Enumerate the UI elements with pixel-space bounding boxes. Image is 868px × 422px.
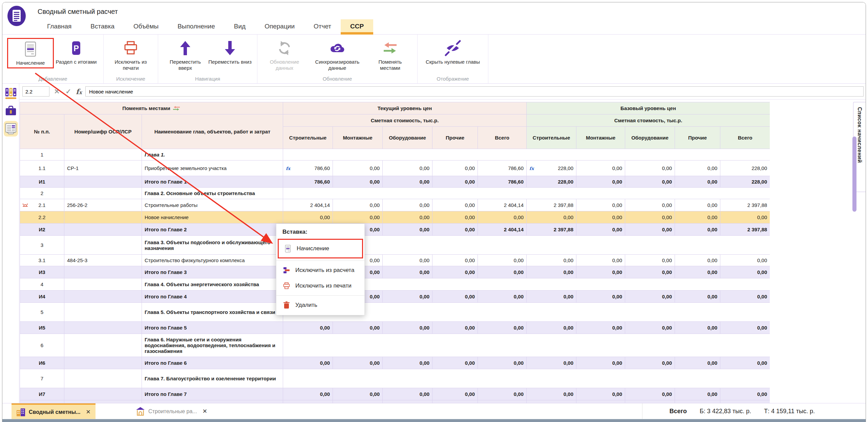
cell[interactable]: Итого по Главе 7 [142, 388, 283, 400]
cell[interactable]: 0,00 [625, 161, 675, 176]
cell[interactable]: Глава 1. [142, 149, 283, 161]
cell[interactable]: 0,00 [478, 388, 527, 400]
cell[interactable]: 0,00 [720, 291, 770, 303]
menu-tab-3[interactable]: Объёмы [124, 19, 168, 34]
cell[interactable]: 0,00 [675, 199, 720, 211]
cell[interactable]: 0,00 [478, 255, 527, 266]
cell[interactable]: 0,00 [625, 224, 675, 236]
cell[interactable]: 0,00 [333, 176, 383, 188]
cell[interactable]: 0,00 [625, 266, 675, 278]
cell[interactable]: 0,00 [576, 322, 625, 334]
cell[interactable]: 0,00 [527, 357, 576, 369]
cell[interactable]: 0,00 [283, 322, 333, 334]
cell[interactable]: 0,00 [720, 388, 770, 400]
cell[interactable]: 0,00 [675, 211, 720, 224]
cell[interactable]: Итого по Главе 2 [142, 224, 283, 236]
cell[interactable]: 0,00 [625, 322, 675, 334]
cell[interactable]: 1 [20, 149, 64, 161]
cell[interactable]: 0,00 [383, 291, 432, 303]
cell[interactable] [64, 303, 142, 322]
cell[interactable]: 0,00 [383, 388, 432, 400]
cell[interactable]: 3 [20, 236, 64, 255]
cell[interactable]: 6 [20, 334, 64, 357]
cell[interactable]: Глава 4. Объекты энергетического хозяйст… [142, 278, 283, 291]
cell[interactable]: 2 397,88 [720, 199, 770, 211]
cell[interactable]: 0,00 [432, 266, 478, 278]
cell[interactable]: 2 397,88 [720, 224, 770, 236]
cell[interactable] [64, 149, 142, 161]
cell[interactable]: 2.2 [20, 211, 64, 224]
cell[interactable]: 0,00 [527, 291, 576, 303]
cell[interactable]: 2 397,88 [527, 199, 576, 211]
vertical-scrollbar-thumb[interactable] [852, 136, 856, 212]
projects-binders-icon[interactable] [4, 86, 18, 101]
toolbar-button[interactable]: Начисление [7, 38, 54, 68]
cell[interactable]: 0,00 [720, 322, 770, 334]
cell[interactable] [64, 211, 142, 224]
cell[interactable]: 0,00 [478, 291, 527, 303]
cell[interactable]: 786,60 [478, 161, 527, 176]
cell[interactable]: 0,00 [625, 388, 675, 400]
menu-tab-4[interactable]: Выполнение [168, 19, 225, 34]
cell[interactable]: И1 [20, 176, 64, 188]
menu-tab-6[interactable]: Операции [255, 19, 304, 34]
cell[interactable]: 228,00 [720, 176, 770, 188]
cell[interactable]: 0,00 [432, 161, 478, 176]
cell[interactable]: 0,00 [576, 211, 625, 224]
cell[interactable]: 0,00 [720, 266, 770, 278]
cell[interactable]: Глава 5. Объекты транспортного хозяйства… [142, 303, 283, 322]
cell[interactable]: 4 [20, 278, 64, 291]
cell[interactable]: 0,00 [576, 255, 625, 266]
cell[interactable]: 0,00 [720, 255, 770, 266]
cell[interactable]: 0,00 [333, 357, 383, 369]
cell[interactable]: 0,00 [432, 291, 478, 303]
cell[interactable]: 0,00 [527, 266, 576, 278]
cell[interactable]: 2 [20, 188, 64, 199]
estimate-document-icon[interactable] [4, 121, 18, 136]
cell[interactable]: 2 404,14 [478, 199, 527, 211]
cell[interactable]: Строительные работы [142, 199, 283, 211]
cell[interactable]: 0,00 [333, 211, 383, 224]
cell[interactable]: 0,00 [333, 322, 383, 334]
cell[interactable]: 0,00 [283, 357, 333, 369]
menu-tab-2[interactable]: Вставка [81, 19, 124, 34]
cell[interactable]: И5 [20, 322, 64, 334]
toolbar-button[interactable]: Синхронизировать данные [307, 38, 368, 73]
cell[interactable]: 0,00 [383, 211, 432, 224]
cell[interactable]: 0,00 [576, 176, 625, 188]
cell[interactable]: Итого по Главе 3 [142, 266, 283, 278]
context-menu-item[interactable]: Исключить из печати [276, 278, 364, 294]
cell[interactable]: 0,00 [383, 255, 432, 266]
toolbar-button[interactable]: PРаздел с итогами [54, 38, 99, 66]
table-row[interactable]: 4Глава 4. Объекты энергетического хозяйс… [20, 278, 770, 291]
confirm-icon[interactable]: ✓ [64, 87, 72, 96]
cell[interactable]: 3.1 [20, 255, 64, 266]
table-row[interactable]: 2.1256-26-2Строительные работы2 404,140,… [20, 199, 770, 211]
cell[interactable]: 0,00 [576, 224, 625, 236]
cell[interactable]: 0,00 [527, 322, 576, 334]
cell[interactable]: 5 [20, 303, 64, 322]
cell[interactable]: 0,00 [383, 357, 432, 369]
cell[interactable]: Глава 3. Объекты подсобного и обслуживаю… [142, 236, 283, 255]
cell[interactable]: 786,60 [478, 176, 527, 188]
menu-tab-5[interactable]: Вид [225, 19, 255, 34]
table-row[interactable]: 3Глава 3. Объекты подсобного и обслужива… [20, 236, 770, 255]
cell[interactable]: 7 [20, 369, 64, 388]
cell[interactable]: 0,00 [478, 322, 527, 334]
menu-tab-7[interactable]: Отчет [304, 19, 341, 34]
cell[interactable]: 0,00 [432, 176, 478, 188]
cell[interactable]: 0,00 [576, 357, 625, 369]
cell[interactable]: 2 404,14 [283, 199, 333, 211]
cell[interactable]: 0,00 [675, 291, 720, 303]
cell[interactable] [283, 188, 770, 199]
cell-ref-input[interactable] [22, 86, 49, 97]
cell[interactable]: СР-1 [64, 161, 142, 176]
cell[interactable]: 0,00 [675, 255, 720, 266]
cell[interactable] [64, 236, 142, 255]
menu-tab-8[interactable]: ССР [341, 19, 373, 34]
table-row[interactable]: 1.1СР-1Приобретение земельного участка78… [20, 161, 770, 176]
table-row[interactable]: 3.1484-25-3Строительство физкультурного … [20, 255, 770, 266]
cell[interactable]: Строительство физкультурного комплекса [142, 255, 283, 266]
cell[interactable]: 0,00 [720, 211, 770, 224]
cell[interactable]: Итого по Главе 1 [142, 176, 283, 188]
